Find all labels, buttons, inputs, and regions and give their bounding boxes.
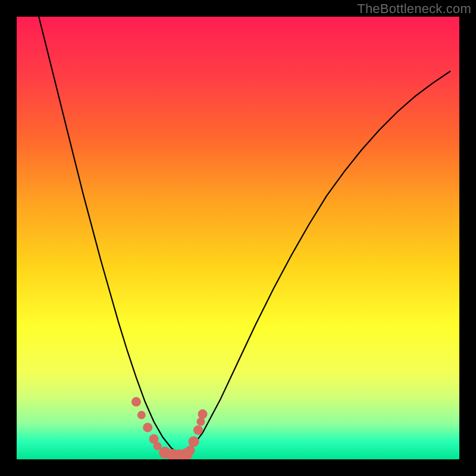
watermark-text: TheBottleneck.com <box>357 1 471 17</box>
chart-overlay <box>17 17 459 459</box>
data-marker <box>143 422 152 432</box>
figure-frame: TheBottleneck.com <box>0 0 476 476</box>
curve-path <box>39 17 450 454</box>
data-marker <box>197 418 205 426</box>
data-marker <box>137 411 146 419</box>
data-marker <box>189 436 199 447</box>
data-marker <box>193 425 203 435</box>
data-marker <box>186 446 195 455</box>
data-marker <box>131 397 141 406</box>
marker-group <box>131 397 208 459</box>
data-marker <box>198 409 208 419</box>
